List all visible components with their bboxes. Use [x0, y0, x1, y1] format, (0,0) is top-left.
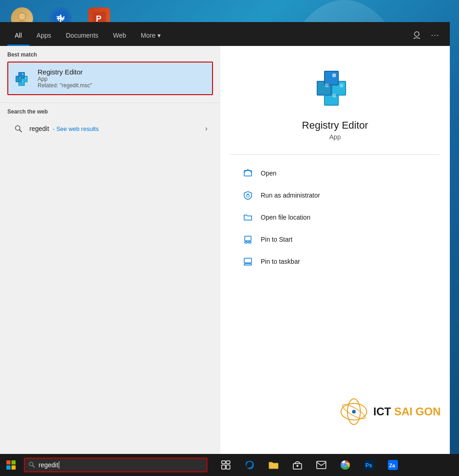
svg-rect-63 [340, 84, 343, 87]
svg-rect-50 [22, 81, 23, 82]
svg-rect-80 [11, 465, 16, 470]
taskbar-store[interactable] [286, 454, 308, 476]
taskbar-search-box[interactable]: regedit [24, 458, 207, 472]
action-pin-start-label: Pin to Start [261, 236, 292, 243]
taskbar-edge[interactable] [239, 454, 261, 476]
svg-rect-78 [11, 460, 16, 465]
svg-rect-70 [248, 242, 251, 243]
svg-point-81 [29, 462, 33, 466]
svg-line-82 [33, 465, 35, 467]
action-pin-start[interactable]: Pin to Start [239, 228, 431, 250]
svg-rect-85 [222, 465, 225, 469]
taskbar-search-icon [28, 461, 35, 469]
svg-text:Ps: Ps [365, 462, 372, 469]
app-detail-type: App [330, 133, 341, 141]
taskbar-zalo[interactable]: Za [382, 454, 404, 476]
taskbar-taskview[interactable] [215, 454, 237, 476]
start-button[interactable] [0, 454, 22, 476]
pin-taskbar-icon [242, 256, 253, 267]
svg-line-52 [20, 130, 22, 132]
registry-editor-name: Registry Editor [38, 68, 207, 76]
best-match-label: Best match [7, 51, 213, 58]
watermark-text: ICT SAI GON [373, 405, 441, 418]
svg-rect-83 [222, 461, 225, 464]
search-panel: All Apps Documents Web More ▾ ··· Best m… [0, 22, 450, 454]
svg-rect-61 [332, 74, 336, 77]
svg-rect-89 [317, 461, 326, 469]
search-icon [13, 123, 24, 134]
svg-rect-77 [6, 460, 11, 465]
app-detail-icon [312, 64, 358, 110]
taskbar-search-text: regedit [39, 461, 58, 469]
taskbar-cursor [59, 461, 59, 469]
svg-rect-68 [245, 236, 251, 241]
app-actions: Open Run as administrator Op [230, 162, 441, 272]
svg-point-38 [414, 32, 419, 36]
web-search-query: regedit - See web results [29, 125, 99, 132]
action-open-location[interactable]: Open file location [239, 206, 431, 228]
registry-editor-result[interactable]: Registry Editor App Related: "regedit.ms… [7, 62, 213, 95]
tab-more[interactable]: More ▾ [134, 26, 168, 46]
action-run-admin[interactable]: Run as administrator [239, 184, 431, 206]
pin-start-icon [242, 234, 253, 245]
web-search-section: Search the web regedit - See web results… [0, 102, 220, 142]
best-match-section: Best match [0, 46, 220, 99]
taskbar: regedit [0, 454, 459, 476]
taskbar-icons: Ps Za [215, 454, 404, 476]
action-open[interactable]: Open [239, 162, 431, 184]
taskbar-photoshop[interactable]: Ps [358, 454, 380, 476]
svg-rect-84 [226, 461, 230, 464]
web-search-arrow: › [205, 125, 207, 133]
action-open-location-label: Open file location [261, 214, 310, 221]
svg-rect-79 [6, 465, 11, 470]
search-left-panel: Best match [0, 46, 220, 454]
open-icon [242, 168, 253, 179]
taskbar-chrome[interactable] [334, 454, 356, 476]
taskbar-explorer[interactable] [263, 454, 285, 476]
search-header: All Apps Documents Web More ▾ ··· [0, 22, 450, 46]
svg-rect-49 [25, 77, 26, 79]
svg-rect-64 [332, 94, 336, 97]
action-run-admin-label: Run as administrator [261, 192, 320, 199]
svg-rect-62 [325, 84, 329, 87]
svg-point-88 [297, 465, 298, 467]
shield-icon [242, 190, 253, 201]
svg-rect-48 [19, 77, 21, 79]
registry-editor-icon [14, 69, 32, 88]
search-header-right: ··· [409, 28, 442, 46]
tab-documents[interactable]: Documents [58, 26, 106, 46]
search-content: Best match [0, 46, 450, 454]
options-button[interactable]: ··· [428, 28, 442, 42]
svg-rect-60 [325, 72, 338, 85]
registry-editor-related: Related: "regedit.msc" [38, 82, 207, 89]
registry-editor-type: App [38, 76, 207, 82]
svg-text:Za: Za [389, 463, 396, 468]
tab-web[interactable]: Web [106, 26, 134, 46]
action-open-label: Open [261, 170, 276, 177]
action-pin-taskbar[interactable]: Pin to taskbar [239, 250, 431, 272]
svg-point-93 [344, 464, 347, 466]
svg-rect-71 [244, 258, 252, 263]
desktop: ICTSAIGON TV TeamViewer P PowerPoint Thi… [0, 0, 459, 476]
web-search-item[interactable]: regedit - See web results › [7, 119, 213, 139]
taskbar-mail[interactable] [310, 454, 332, 476]
action-pin-taskbar-label: Pin to taskbar [261, 258, 300, 265]
svg-rect-86 [226, 465, 230, 469]
svg-rect-69 [245, 242, 247, 243]
tab-all[interactable]: All [7, 26, 29, 46]
app-divider [230, 154, 441, 155]
search-right-panel: Registry Editor App Open [220, 46, 450, 454]
registry-editor-info: Registry Editor App Related: "regedit.ms… [38, 68, 207, 89]
svg-rect-47 [22, 74, 23, 75]
svg-point-76 [352, 410, 356, 414]
watermark-logo [339, 397, 369, 426]
svg-rect-72 [244, 264, 252, 265]
app-detail-name: Registry Editor [302, 119, 368, 131]
watermark: ICT SAI GON [339, 397, 441, 426]
tab-apps[interactable]: Apps [29, 26, 59, 46]
svg-rect-67 [246, 195, 249, 197]
folder-icon [242, 212, 253, 223]
feedback-button[interactable] [409, 28, 424, 42]
web-search-label: Search the web [7, 108, 213, 115]
